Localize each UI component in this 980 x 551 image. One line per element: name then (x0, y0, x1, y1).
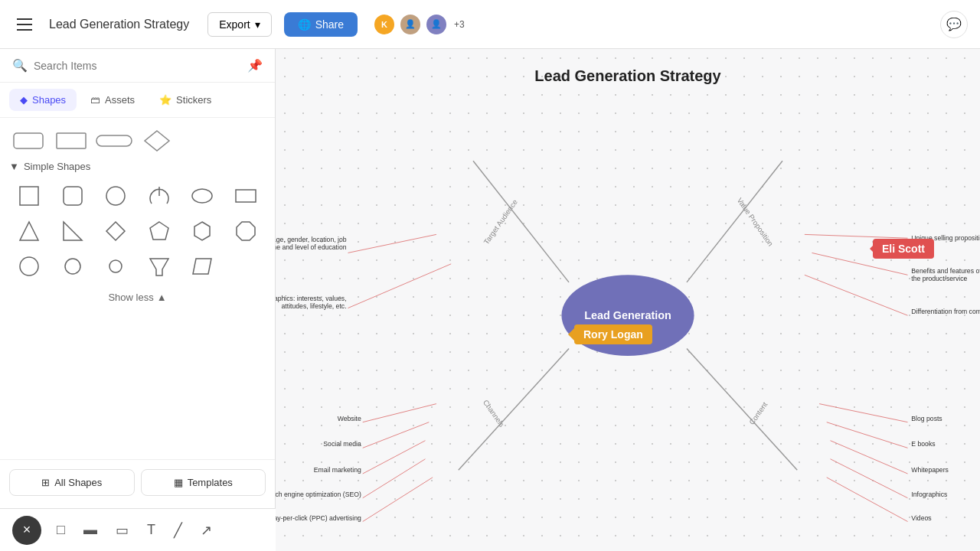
menu-button[interactable] (12, 12, 37, 37)
item-line-blog (819, 404, 907, 422)
avatar-1: K (373, 13, 396, 36)
document-title: Lead Generation Strategy (49, 18, 189, 31)
item-line-website (363, 404, 436, 422)
shape-circle-sm2[interactable] (53, 250, 93, 282)
avatar-count: +3 (454, 19, 465, 30)
item-psychographics: Psychographics: interests, values, (276, 295, 347, 302)
stickers-icon: ⭐ (159, 94, 172, 106)
branch-line-value-prop (687, 161, 782, 282)
grid-icon: ⊞ (41, 477, 50, 488)
templates-icon: ▦ (174, 477, 183, 488)
svg-marker-20 (193, 259, 211, 274)
shape-triangle[interactable] (9, 215, 50, 247)
line-tool-icon[interactable]: ╱ (171, 519, 185, 542)
chevron-up-icon: ▲ (157, 292, 167, 303)
item-line-seo (363, 459, 426, 498)
item-seo: Search engine optimization (SEO) (276, 491, 361, 498)
center-label: Lead Generation (584, 309, 671, 321)
shape-right-triangle[interactable] (53, 215, 93, 247)
tab-stickers[interactable]: ⭐ Stickers (149, 89, 222, 111)
container-tool-icon[interactable]: ▬ (80, 519, 100, 541)
svg-rect-1 (57, 133, 86, 148)
shape-funnel[interactable] (139, 250, 180, 282)
arrow-tool-icon[interactable]: ↗ (198, 519, 215, 542)
main-layout: 🔍 📌 ◆ Shapes 🗃 Assets ⭐ Stickers (0, 49, 980, 551)
chevron-down-icon: ▾ (255, 18, 260, 31)
tab-shapes[interactable]: ◆ Shapes (9, 89, 77, 111)
shape-arc[interactable] (139, 180, 180, 212)
collapse-arrow-icon: ▼ (9, 161, 19, 172)
item-line-ppc (363, 478, 433, 522)
shape-octagon[interactable] (226, 215, 266, 247)
bottom-tabs: ⊞ All Shapes ▦ Templates (0, 459, 275, 505)
avatar-3: 👤 (425, 13, 448, 36)
search-input[interactable] (34, 60, 241, 72)
svg-rect-5 (64, 187, 82, 205)
svg-marker-3 (145, 131, 169, 151)
target-audience-label: Target Audience (482, 198, 519, 246)
shape-rounded-rect-small[interactable] (9, 127, 47, 155)
shape-circle-sm1[interactable] (9, 250, 50, 282)
text-tool-icon[interactable]: T (144, 519, 158, 541)
item-social: Social media (323, 440, 361, 448)
templates-button[interactable]: ▦ Templates (141, 469, 266, 496)
tab-assets[interactable]: 🗃 Assets (80, 89, 145, 111)
item-benefits: Benefits and features of (911, 267, 980, 275)
shape-square[interactable] (9, 180, 50, 212)
topbar: Lead Generation Strategy Export ▾ 🌐 Shar… (0, 0, 980, 49)
svg-point-17 (65, 259, 80, 274)
shape-circle[interactable] (96, 180, 136, 212)
branch-line-target-audience (473, 161, 569, 282)
shape-circle-sm3[interactable] (96, 250, 136, 282)
shape-stadium[interactable] (95, 127, 133, 155)
value-proposition-label: Value Proposition (735, 196, 775, 247)
mindmap-svg: Lead Generation Target Audience Demograp… (276, 87, 980, 551)
export-button[interactable]: Export ▾ (207, 12, 271, 37)
item-email: Email marketing (314, 466, 361, 474)
search-icon: 🔍 (12, 58, 28, 73)
item-infographics: Infographics (911, 491, 948, 498)
share-button[interactable]: 🌐 Share (284, 12, 358, 37)
close-button[interactable]: × (12, 516, 41, 545)
branch-line-channels (459, 348, 569, 470)
item-line-demo (348, 234, 436, 253)
item-line-email (363, 441, 426, 474)
shape-hexagon[interactable] (182, 215, 223, 247)
svg-rect-2 (96, 135, 132, 146)
item-benefits-2: the product/service (911, 275, 967, 282)
shape-diamond[interactable] (96, 215, 136, 247)
mindmap: Lead Generation Target Audience Demograp… (276, 87, 980, 551)
svg-marker-15 (237, 222, 255, 240)
shape-pentagon[interactable] (139, 215, 180, 247)
shape-wide-rect[interactable] (226, 180, 266, 212)
shape-ellipse[interactable] (182, 180, 223, 212)
avatar-2: 👤 (399, 13, 422, 36)
shape-rect-outline[interactable] (52, 127, 90, 155)
svg-marker-13 (150, 222, 168, 240)
assets-icon: 🗃 (90, 94, 100, 106)
shape-parallelogram[interactable] (182, 250, 223, 282)
item-demographics: Demographics: age, gender, location, job (276, 236, 347, 243)
item-whitepapers: Whitepapers (911, 466, 949, 474)
shape-diamond-small[interactable] (138, 127, 176, 155)
shape-rounded-square[interactable] (53, 180, 93, 212)
canvas[interactable]: Lead Generation Strategy Lead Generation… (276, 49, 980, 551)
item-line-videos (827, 478, 908, 522)
chat-button[interactable]: 💬 (940, 11, 968, 38)
search-bar: 🔍 📌 (0, 49, 275, 83)
show-less-button[interactable]: Show less ▲ (9, 289, 266, 306)
tab-bar: ◆ Shapes 🗃 Assets ⭐ Stickers (0, 83, 275, 118)
share-icon: 🌐 (298, 18, 311, 31)
channels-label: Channels (482, 398, 506, 429)
svg-marker-11 (64, 222, 82, 240)
frame-tool-icon[interactable]: ▭ (113, 519, 132, 542)
item-ebooks: E books (911, 440, 936, 448)
all-shapes-button[interactable]: ⊞ All Shapes (9, 469, 135, 496)
item-diff: Differentiation from competitors (911, 308, 980, 315)
svg-marker-10 (20, 222, 38, 240)
item-line-infographics (831, 459, 908, 498)
pin-icon[interactable]: 📌 (247, 58, 263, 73)
rectangle-tool-icon[interactable]: □ (54, 519, 68, 541)
item-line-usp (805, 234, 908, 238)
svg-point-6 (106, 187, 125, 205)
